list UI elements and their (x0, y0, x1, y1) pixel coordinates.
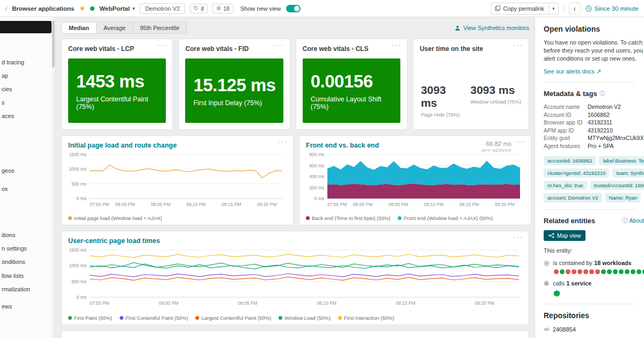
repository-item[interactable]: </> 2408854 (544, 326, 644, 333)
svg-text:600 ms: 600 ms (309, 163, 324, 168)
sidebar-item[interactable]: d tracing (2, 59, 24, 65)
sidebar-item[interactable]: s (2, 99, 5, 106)
copy-permalink-button[interactable]: Copy permalink ▾ (491, 3, 559, 14)
workload-status-dot[interactable] (583, 269, 588, 274)
workload-status-dot[interactable] (554, 269, 559, 274)
list-count-badge[interactable]: 18 (213, 4, 233, 13)
legend-item[interactable]: First Contentful Paint (50%) (120, 315, 188, 321)
sidebar-item[interactable]: ap (2, 72, 8, 79)
workload-status-dot[interactable] (566, 269, 570, 274)
account-selector[interactable]: Demotron V2 (140, 3, 185, 14)
workload-status-dot[interactable] (589, 269, 594, 274)
workload-status-dot[interactable] (636, 269, 641, 274)
user-centric-chart[interactable]: 0 ms500 ms1000 ms1500 ms07:55 PM08:00 PM… (68, 247, 523, 309)
card-menu-icon[interactable]: ··· (515, 137, 525, 145)
tag-pill[interactable]: label.Business: Telco (599, 156, 644, 165)
service-hexagon-icon[interactable] (554, 290, 560, 297)
about-related-link[interactable]: ⓘ About (622, 217, 644, 225)
workloads-link[interactable]: 18 workloads (594, 260, 632, 266)
view-synthetics-link[interactable]: View Synthetics monitors (455, 25, 529, 31)
app-server-value: 66.82 ms (481, 141, 511, 147)
sidebar-item[interactable]: aces (2, 113, 14, 119)
legend-item[interactable]: Window Load (50%) (279, 315, 331, 321)
legend-item[interactable]: Largest Contentful Paint (50%) (195, 315, 271, 321)
legend-label: First Contentful Paint (50%) (126, 315, 188, 321)
map-view-button[interactable]: Map view (544, 230, 586, 241)
metadata-row: Browser app ID43192311 (544, 119, 644, 127)
tag-pill[interactable]: clusterAgentId: 43192210 (544, 168, 609, 178)
legend-item[interactable]: First Interaction (50%) (338, 315, 394, 321)
tag-pill[interactable]: team: Synthetics (612, 168, 644, 178)
sidebar-scrollbar-thumb[interactable] (52, 20, 55, 68)
workload-status-dot[interactable] (595, 269, 600, 274)
topbar-divider (564, 4, 564, 13)
card-menu-icon[interactable]: ··· (513, 41, 523, 49)
card-menu-icon[interactable]: ··· (391, 41, 401, 49)
sidebar-item[interactable]: onditions (2, 259, 25, 265)
workload-status-dot[interactable] (577, 269, 582, 274)
chart-title[interactable]: Initial page load and route change (62, 136, 293, 149)
sidebar-item[interactable]: llow lists (2, 273, 24, 279)
legend-label: Window Load (50%) (284, 315, 331, 321)
show-new-view-toggle[interactable] (286, 5, 301, 12)
favorite-star-icon[interactable]: ★ (79, 4, 86, 12)
card-menu-icon[interactable]: ··· (157, 41, 167, 49)
related-entities-header: Related entities ⓘ About (544, 217, 644, 225)
card-menu-icon[interactable]: ··· (513, 233, 523, 241)
tag-pill[interactable]: trustedAccountId: 1606862 (590, 181, 644, 190)
workload-status-dot[interactable] (631, 269, 635, 274)
tag-pill[interactable]: Name: Ryan (605, 193, 641, 202)
tag-pill[interactable]: nr.has_slis: true (544, 181, 587, 190)
sidebar-item[interactable]: itions (2, 232, 16, 238)
workload-status-dot[interactable] (607, 269, 612, 274)
svg-text:07:55 PM: 07:55 PM (90, 202, 109, 207)
tag-pill[interactable]: accountId: 1606862 (544, 156, 596, 165)
service-link[interactable]: 1 service (566, 280, 591, 286)
sidebar-item[interactable]: rmalization (2, 286, 30, 292)
alerts-docs-link[interactable]: See our alerts docs ↗ (544, 68, 601, 75)
card-menu-icon[interactable]: ··· (277, 137, 288, 145)
sidebar-item[interactable]: cies (2, 86, 12, 92)
time-back-button[interactable]: ‹ (569, 3, 581, 14)
tab-average[interactable]: Average (97, 23, 133, 33)
sidebar-item[interactable]: ox (2, 186, 8, 192)
vital-tile: 0.00156Cumulative Layout Shift (75%) (303, 58, 400, 123)
workload-status-dot[interactable] (619, 269, 624, 274)
front-back-chart[interactable]: 0 ms200 ms400 ms600 ms800 ms07:55 PM08:0… (306, 151, 524, 210)
copy-icon (495, 5, 501, 11)
sidebar-item[interactable]: geos (2, 167, 14, 174)
app-selector[interactable]: WebPortal ▾ (99, 5, 135, 12)
workload-status-dot[interactable] (625, 269, 630, 274)
metadata-title-row: Metadata & tags ⓘ (544, 90, 644, 98)
chart-title[interactable]: User-centric page load times (62, 231, 529, 245)
workload-status-dot[interactable] (601, 269, 606, 274)
svg-text:08:15 PM: 08:15 PM (222, 202, 241, 207)
initial-load-chart[interactable]: 0 ms500 ms1000 ms1500 ms07:55 PM08:00 PM… (68, 151, 287, 210)
legend-item[interactable]: Front end (Window load + AJAX) (50%) (398, 215, 493, 221)
tag-pill[interactable]: account: Demotron V2 (544, 193, 602, 202)
workload-status-dot[interactable] (572, 269, 576, 274)
card-menu-icon[interactable]: ··· (274, 41, 284, 49)
legend-item[interactable]: First Paint (50%) (68, 315, 112, 321)
legend-item[interactable]: Initial page load (Window load + AJAX) (68, 215, 162, 221)
sidebar-item[interactable]: ews (2, 303, 12, 310)
metadata-label: Account ID (544, 112, 588, 119)
sidebar-scrollbar[interactable] (52, 17, 55, 338)
workload-status-dot[interactable] (560, 269, 565, 274)
tab-median[interactable]: Median (62, 23, 97, 33)
tab-95th-percentile[interactable]: 95th Percentile (133, 23, 186, 33)
info-icon[interactable]: ⓘ (599, 90, 605, 98)
metadata-value: Pro + SPA (588, 143, 614, 150)
vital-label: Cumulative Layout Shift (75%) (311, 95, 400, 111)
time-range-picker[interactable]: Since 30 minute (586, 5, 639, 12)
next-card-partial (61, 330, 529, 338)
workload-status-dot[interactable] (613, 269, 618, 274)
breadcrumb[interactable]: Browser applications (12, 5, 74, 12)
card-title: User time on the site (413, 39, 529, 53)
sidebar-item[interactable]: n settings (2, 245, 27, 252)
legend-item[interactable]: Back end (Time to first byte) (50%) (306, 215, 390, 221)
tags-count-badge[interactable]: 8 (190, 4, 208, 13)
sidebar-selected-item[interactable] (0, 21, 52, 33)
external-link-icon: ↗ (596, 68, 601, 75)
permalink-caret-icon[interactable]: ▾ (548, 4, 558, 13)
